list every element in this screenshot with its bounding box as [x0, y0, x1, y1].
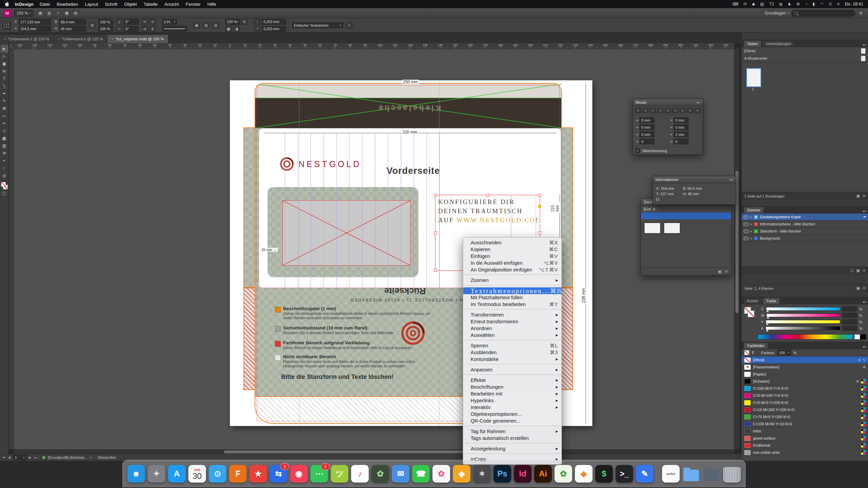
zoom-menu-icon[interactable]: ▦ [37, 10, 44, 17]
new-layer-icon[interactable]: ▣ [856, 268, 860, 273]
menu-objekt[interactable]: Objekt [124, 2, 137, 7]
indent-field[interactable]: 0 mm [639, 131, 654, 137]
launchpad-dock-icon[interactable]: ✦ [148, 465, 165, 483]
context-menu-item[interactable]: Anzeigeleistung▶ [463, 445, 561, 452]
fill-stroke-proxy[interactable] [744, 307, 754, 317]
swatch-row[interactable]: Infos [742, 428, 868, 435]
swatch-row[interactable]: non-visible area [742, 449, 868, 456]
width-field[interactable]: 69,4 mm [59, 19, 86, 25]
context-menu-item[interactable]: Anpassen▶ [463, 366, 561, 373]
gray-app-dock-icon[interactable]: ✶ [473, 465, 491, 483]
flip-vertical-icon[interactable]: ⇅ [149, 26, 156, 32]
swatch-row[interactable]: C=100 M=90 Y=10 K=0 [742, 421, 868, 428]
page-tool[interactable]: ▣ [1, 60, 8, 67]
channel-value-field[interactable] [842, 319, 857, 324]
mail-dock-icon[interactable]: ✉ [392, 465, 410, 483]
folder-documents-dock-icon[interactable] [683, 465, 700, 483]
arrange-documents-icon[interactable]: ▤ [72, 10, 79, 17]
frame-style-dropdown[interactable]: Einfacher Textrahmen▾ [292, 22, 343, 28]
swatch-row[interactable]: C=15 M=100 Y=100 K=0 [742, 406, 868, 413]
channel-value-field[interactable] [842, 313, 857, 318]
channel-value-field[interactable] [842, 326, 857, 331]
photos-dock-icon[interactable]: ✿ [433, 465, 450, 483]
document-tab[interactable]: ×*Unbenannt-1 @ 100 % [0, 35, 54, 43]
page-thumbnail[interactable] [746, 68, 761, 87]
document-tab[interactable]: ×*tut_viaprinto.indd @ 100 % [107, 35, 169, 43]
slider-thumb-icon[interactable] [766, 310, 769, 312]
swatch-row[interactable]: C=0 M=0 Y=100 K=0 [742, 399, 868, 406]
corner-radius-field-2[interactable]: 6,203 mm [262, 26, 286, 32]
money-terminal-dock-icon[interactable]: $ [595, 465, 613, 483]
menu-layout[interactable]: Layout [85, 2, 98, 7]
context-menu-item[interactable]: Erneut transformieren▶ [463, 318, 561, 325]
text-proxy-icon[interactable]: T [752, 351, 754, 355]
teamviewer-icon[interactable]: T3 [769, 2, 774, 6]
photoshop-dock-icon[interactable]: Ps [494, 465, 511, 483]
menubar-app-name[interactable]: InDesign [15, 2, 34, 7]
tab-kontur[interactable]: Kontur [744, 298, 762, 304]
horizontal-scrollbar[interactable] [14, 449, 734, 454]
stroke-proxy-icon[interactable] [748, 310, 754, 317]
slider-thumb-icon[interactable] [766, 323, 769, 325]
free-transform-tool[interactable]: ◇ [1, 127, 8, 135]
fill-proxy-icon[interactable] [744, 350, 749, 355]
panel-menu-icon[interactable]: ▾≡ [729, 178, 733, 182]
first-page-icon[interactable]: ⏮ [3, 456, 5, 460]
selection-tool[interactable]: ► [1, 45, 8, 53]
constrain-proportions-icon[interactable]: ⛓ [89, 22, 96, 28]
style-row-selected[interactable] [641, 212, 731, 219]
finder-dock-icon[interactable]: ☻ [127, 465, 145, 483]
context-menu-item[interactable]: Bearbeiten mit▶ [463, 390, 561, 397]
orange-app-dock-icon[interactable]: ◆ [453, 465, 471, 483]
layer-row[interactable]: ▸Informationsebene - bitte löschen [742, 221, 868, 228]
swatch-row[interactable]: [Papier] [742, 371, 868, 378]
indent-field[interactable]: 0 mm [674, 124, 689, 130]
delete-style-icon[interactable]: ✕ [725, 269, 728, 274]
swatch-row[interactable]: glued surface [742, 435, 868, 442]
style-preview[interactable] [644, 223, 660, 233]
context-menu-item[interactable]: Kopieren⌘C [463, 246, 561, 253]
view-options-icon[interactable]: ▥ [45, 10, 53, 17]
opacity-field[interactable]: 100 %▾ [225, 19, 240, 25]
drop-shadow-icon[interactable]: ▩ [225, 26, 232, 32]
indent-field[interactable]: 0 [674, 139, 689, 144]
stroke-type-field[interactable]: ▾ [162, 26, 187, 32]
dropbox-icon[interactable]: ◆ [752, 2, 755, 6]
context-menu-item[interactable]: Konturstärke▶ [463, 356, 561, 363]
apple-menu-icon[interactable] [5, 1, 9, 7]
context-menu-item[interactable]: Ausschneiden⌘X [463, 239, 561, 246]
text-wrap-object-icon[interactable]: ▤ [212, 22, 219, 28]
menu-fenster[interactable]: Fenster [185, 2, 200, 7]
android-transfer-dock-icon[interactable]: ツ [331, 465, 349, 483]
chevron-down-icon[interactable]: ▾ [90, 456, 92, 459]
align-button-3[interactable]: ≡ [657, 108, 664, 113]
tint-value-field[interactable]: 100▾ [777, 350, 791, 355]
indent-field[interactable]: 0 mm [674, 117, 689, 123]
rotate-90-cw-icon[interactable]: ⟳ [141, 19, 148, 25]
facetime-dock-icon[interactable]: ☎ [412, 465, 430, 483]
channel-slider[interactable] [766, 326, 840, 330]
rectangle-frame-tool[interactable]: ⊠ [1, 105, 8, 112]
context-menu-item[interactable]: Objektexportoptionen... [463, 411, 561, 418]
visibility-eye-icon[interactable] [744, 237, 749, 240]
context-menu-item[interactable]: Beschriftungen▶ [463, 384, 561, 390]
tab-verknuepfungen[interactable]: Verknüpfungen [762, 40, 795, 47]
pasteboard[interactable]: 250 mm Klebelasche [14, 49, 734, 449]
swatch-row[interactable]: Endformat [742, 442, 868, 449]
channel-value-field[interactable] [842, 306, 857, 311]
disclosure-triangle-icon[interactable]: ▸ [751, 237, 752, 240]
disclosure-triangle-icon[interactable]: ▸ [751, 223, 752, 226]
indent-field[interactable]: 0 mm [639, 117, 654, 123]
swatch-row[interactable]: C=75 M=5 Y=100 K=0 [742, 413, 868, 421]
close-tab-icon[interactable]: × [4, 37, 6, 41]
time-machine-icon[interactable]: ◔ [805, 2, 807, 6]
direct-selection-tool[interactable]: ▷ [1, 53, 8, 60]
style-preview[interactable] [664, 223, 680, 233]
context-menu-item[interactable]: Ausblenden⌘3 [463, 349, 561, 356]
evernote-dock-icon[interactable]: ✿ [372, 465, 389, 483]
swatch-row[interactable]: C=0 M=100 Y=0 K=0 [742, 392, 868, 399]
zoom-tool[interactable]: ◎ [1, 172, 8, 179]
eyedropper-tool[interactable]: ⌖ [1, 157, 8, 164]
black-swatch[interactable] [860, 334, 866, 340]
writer-dock-icon[interactable]: writer [662, 465, 680, 483]
